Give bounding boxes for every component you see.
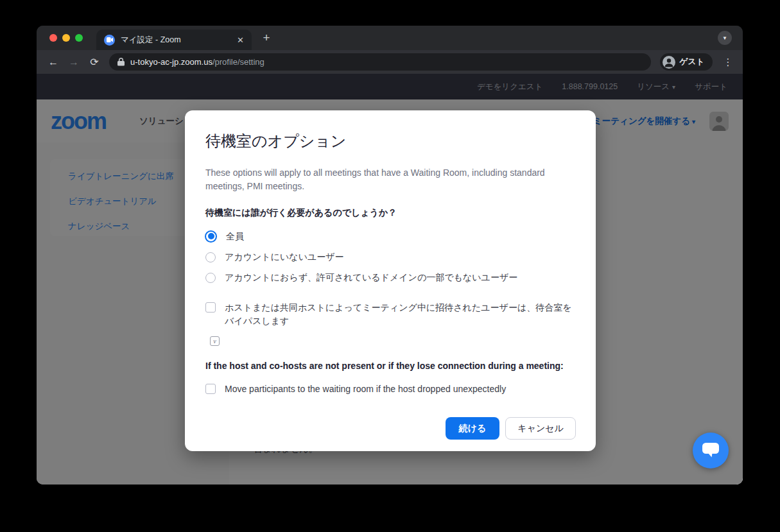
chat-bubble-icon: [702, 443, 719, 458]
radio-option-everyone[interactable]: 全員: [205, 230, 575, 243]
lock-icon: [117, 58, 125, 66]
bypass-waiting-room-checkbox-row[interactable]: ホストまたは共同ホストによってミーティング中に招待されたユーザーは、待合室をバイ…: [205, 301, 575, 328]
broken-image-icon: v: [210, 336, 220, 346]
url-path: /profile/setting: [212, 57, 264, 67]
forward-icon[interactable]: →: [65, 54, 82, 71]
radio-icon[interactable]: [205, 230, 217, 243]
move-participants-checkbox-row[interactable]: Move participants to the waiting room if…: [205, 382, 575, 396]
radio-icon[interactable]: [205, 273, 216, 283]
zoom-favicon-icon: [104, 35, 115, 46]
browser-menu-icon[interactable]: ⋮: [722, 56, 734, 68]
radio-icon[interactable]: [205, 252, 216, 262]
radio-option-users-not-in-domain[interactable]: アカウントにおらず、許可されているドメインの一部でもないユーザー: [205, 271, 575, 284]
guest-label: ゲスト: [680, 56, 704, 67]
browser-window: マイ設定 - Zoom ✕ + ▼ ← → ⟳ u-tokyo-ac-jp.zo…: [37, 26, 743, 485]
reload-icon[interactable]: ⟳: [86, 54, 103, 71]
checkbox-icon[interactable]: [205, 302, 216, 313]
close-window-button[interactable]: [49, 34, 57, 42]
profile-guest-button[interactable]: ゲスト: [660, 53, 713, 71]
caret-down-icon: ▼: [722, 35, 727, 41]
minimize-window-button[interactable]: [62, 34, 70, 42]
checkbox-icon[interactable]: [205, 384, 216, 394]
url-host: u-tokyo-ac-jp.zoom.us: [130, 57, 212, 67]
dialog-title: 待機室のオプション: [205, 131, 575, 151]
tab-title: マイ設定 - Zoom: [121, 35, 231, 46]
tab-strip: マイ設定 - Zoom ✕ + ▼: [37, 26, 743, 50]
continue-button[interactable]: 続ける: [446, 417, 500, 440]
browser-toolbar: ← → ⟳ u-tokyo-ac-jp.zoom.us/profile/sett…: [37, 50, 743, 74]
tab-search-menu-button[interactable]: ▼: [718, 31, 732, 45]
dialog-description: These options will apply to all meetings…: [205, 166, 557, 193]
guest-avatar-icon: [663, 56, 675, 69]
waiting-room-options-dialog: 待機室のオプション These options will apply to al…: [185, 110, 596, 451]
fullscreen-window-button[interactable]: [75, 34, 83, 42]
page-viewport: デモをリクエスト 1.888.799.0125 リソース▾ サポート zoom …: [37, 74, 743, 485]
cancel-button[interactable]: キャンセル: [505, 417, 576, 440]
tab-close-icon[interactable]: ✕: [237, 35, 244, 45]
radio-option-users-not-in-account[interactable]: アカウントにいないユーザー: [205, 251, 575, 263]
back-icon[interactable]: ←: [45, 54, 62, 71]
window-controls: [49, 34, 83, 42]
host-absent-heading: If the host and co-hosts are not present…: [205, 361, 575, 371]
url-text: u-tokyo-ac-jp.zoom.us/profile/setting: [130, 57, 264, 67]
dialog-question: 待機室には誰が行く必要があるのでしょうか？: [205, 207, 575, 219]
new-tab-button[interactable]: +: [259, 30, 274, 46]
chat-widget-button[interactable]: [693, 433, 729, 468]
dialog-actions: 続ける キャンセル: [446, 417, 576, 440]
browser-tab[interactable]: マイ設定 - Zoom ✕: [96, 30, 252, 50]
address-bar[interactable]: u-tokyo-ac-jp.zoom.us/profile/setting: [109, 53, 651, 71]
